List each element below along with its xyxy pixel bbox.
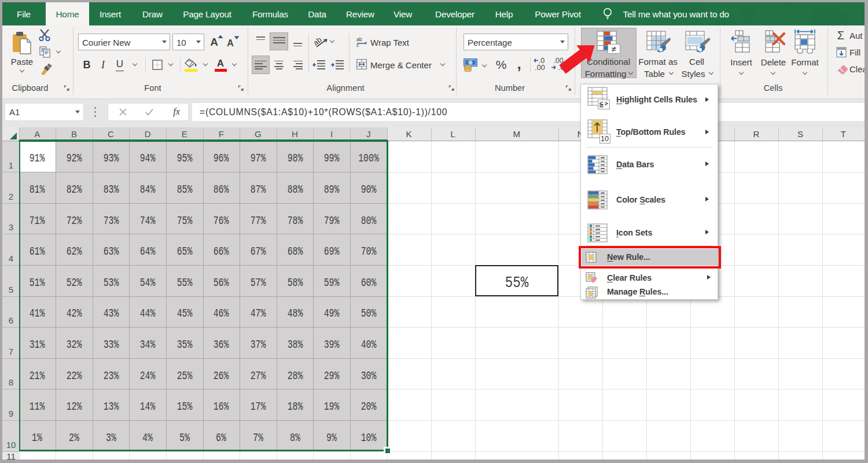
svg-text:ab: ab — [356, 36, 362, 42]
svg-text:c: c — [356, 42, 359, 47]
